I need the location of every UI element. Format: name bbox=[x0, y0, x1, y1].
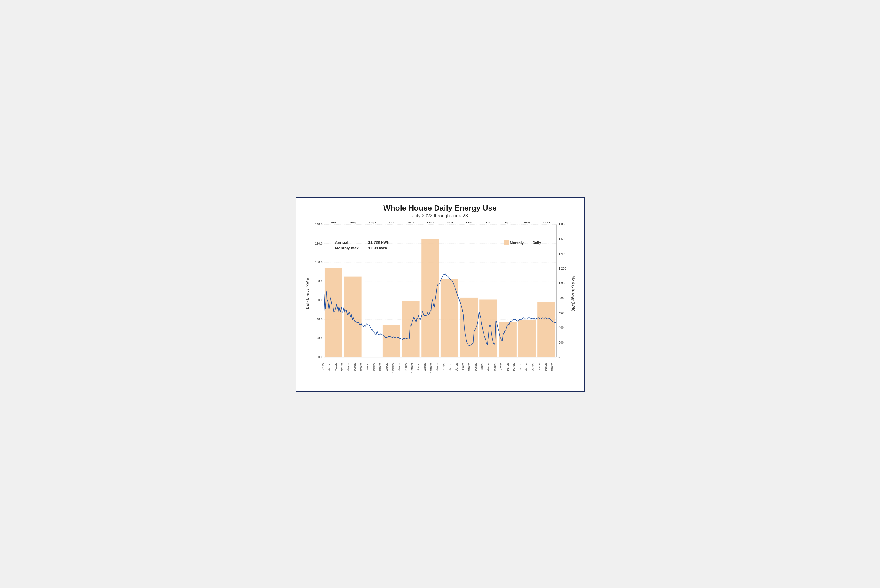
svg-text:140.0: 140.0 bbox=[315, 223, 322, 226]
svg-text:1/27/23: 1/27/23 bbox=[455, 363, 458, 372]
svg-text:7/11/22: 7/11/22 bbox=[328, 363, 331, 372]
svg-text:5/27/23: 5/27/23 bbox=[531, 363, 534, 372]
svg-text:10/9/22: 10/9/22 bbox=[385, 363, 388, 372]
svg-text:2/26/23: 2/26/23 bbox=[474, 363, 477, 372]
chart-container: Whole House Daily Energy Use July 2022 t… bbox=[295, 197, 585, 392]
chart-subtitle: July 2022 through June 23 bbox=[302, 213, 578, 219]
svg-text:6/16/23: 6/16/23 bbox=[544, 363, 547, 372]
chart-title: Whole House Daily Energy Use bbox=[302, 204, 578, 213]
svg-text:9/29/22: 9/29/22 bbox=[379, 363, 382, 372]
svg-rect-48 bbox=[480, 300, 497, 357]
svg-text:1/7/23: 1/7/23 bbox=[442, 363, 445, 370]
svg-text:7/31/22: 7/31/22 bbox=[340, 363, 343, 372]
svg-text:1,000: 1,000 bbox=[558, 282, 566, 285]
svg-text:40.0: 40.0 bbox=[316, 318, 322, 321]
svg-text:11/18/22: 11/18/22 bbox=[411, 363, 414, 373]
svg-text:12/8/22: 12/8/22 bbox=[423, 363, 426, 372]
annual-value: 11,738 kWh bbox=[368, 240, 390, 244]
svg-text:3/18/23: 3/18/23 bbox=[487, 363, 490, 372]
svg-text:60.0: 60.0 bbox=[316, 298, 322, 302]
svg-text:400: 400 bbox=[558, 326, 564, 329]
svg-text:Feb: Feb bbox=[466, 222, 472, 224]
svg-text:200: 200 bbox=[558, 341, 564, 344]
svg-text:8/20/22: 8/20/22 bbox=[353, 363, 356, 372]
svg-text:800: 800 bbox=[558, 297, 564, 300]
svg-rect-50 bbox=[518, 320, 536, 357]
svg-text:10/29/22: 10/29/22 bbox=[398, 363, 400, 373]
svg-text:8/10/22: 8/10/22 bbox=[347, 363, 350, 372]
svg-text:10/19/22: 10/19/22 bbox=[391, 363, 394, 373]
legend-monthly-label: Monthly bbox=[510, 240, 524, 244]
svg-text:11/8/22: 11/8/22 bbox=[404, 363, 407, 372]
y-axis-right-label: Monthly Energy (kWh) bbox=[571, 276, 576, 311]
main-svg: Daily Energy (kWh) Monthly Energy (kWh) … bbox=[302, 222, 578, 382]
svg-text:4/7/23: 4/7/23 bbox=[500, 363, 503, 370]
svg-text:1,800: 1,800 bbox=[558, 223, 566, 226]
svg-text:May: May bbox=[524, 222, 531, 224]
svg-rect-46 bbox=[441, 279, 458, 357]
svg-text:1,200: 1,200 bbox=[558, 267, 566, 270]
svg-text:12/28/22: 12/28/22 bbox=[436, 363, 439, 373]
svg-text:7/1/22: 7/1/22 bbox=[322, 363, 324, 370]
svg-text:4/17/23: 4/17/23 bbox=[506, 363, 509, 372]
svg-text:7/21/22: 7/21/22 bbox=[334, 363, 337, 372]
svg-text:Aug: Aug bbox=[349, 222, 356, 224]
svg-text:Oct: Oct bbox=[388, 222, 394, 224]
svg-text:Jan: Jan bbox=[447, 222, 453, 224]
svg-text:-: - bbox=[558, 356, 559, 359]
svg-rect-44 bbox=[402, 301, 420, 357]
svg-text:9/19/22: 9/19/22 bbox=[372, 363, 375, 372]
legend-monthly-box bbox=[504, 240, 508, 245]
monthly-max-label: Monthly max bbox=[335, 246, 359, 250]
svg-text:5/7/23: 5/7/23 bbox=[519, 363, 522, 370]
svg-text:6/6/23: 6/6/23 bbox=[538, 363, 541, 370]
svg-text:5/17/23: 5/17/23 bbox=[525, 363, 528, 372]
svg-text:Dec: Dec bbox=[427, 222, 434, 224]
svg-rect-41 bbox=[324, 268, 342, 357]
svg-text:1/17/23: 1/17/23 bbox=[449, 363, 452, 372]
svg-text:9/9/22: 9/9/22 bbox=[366, 363, 369, 370]
svg-text:120.0: 120.0 bbox=[315, 242, 322, 245]
svg-text:Jun: Jun bbox=[543, 222, 550, 224]
svg-text:2/16/23: 2/16/23 bbox=[468, 363, 471, 372]
svg-text:Sep: Sep bbox=[369, 222, 376, 224]
svg-rect-45 bbox=[421, 239, 439, 357]
svg-text:1,600: 1,600 bbox=[558, 237, 566, 240]
monthly-max-value: 1,598 kWh bbox=[368, 246, 387, 250]
annual-label: Annual bbox=[335, 240, 348, 244]
svg-text:1,400: 1,400 bbox=[558, 252, 566, 255]
svg-text:100.0: 100.0 bbox=[315, 261, 322, 264]
svg-text:2/6/23: 2/6/23 bbox=[462, 363, 464, 370]
svg-text:6/26/23: 6/26/23 bbox=[550, 363, 553, 372]
svg-text:Apr: Apr bbox=[505, 222, 511, 224]
svg-text:12/18/22: 12/18/22 bbox=[430, 363, 432, 373]
monthly-bars bbox=[324, 239, 555, 357]
svg-rect-43 bbox=[382, 325, 400, 357]
svg-text:0.0: 0.0 bbox=[318, 356, 323, 359]
svg-rect-51 bbox=[538, 302, 555, 357]
legend-daily-label: Daily bbox=[532, 240, 541, 244]
svg-rect-49 bbox=[499, 322, 516, 357]
svg-text:Jul: Jul bbox=[331, 222, 336, 224]
svg-text:8/30/22: 8/30/22 bbox=[360, 363, 363, 372]
svg-text:Nov: Nov bbox=[408, 222, 414, 224]
svg-text:4/27/23: 4/27/23 bbox=[513, 363, 516, 372]
svg-text:20.0: 20.0 bbox=[316, 336, 322, 340]
x-axis-labels: 7/1/22 7/11/22 7/21/22 7/31/22 8/10/22 8… bbox=[322, 363, 554, 373]
svg-text:3/8/23: 3/8/23 bbox=[481, 363, 484, 370]
svg-rect-47 bbox=[460, 297, 478, 357]
svg-text:3/28/23: 3/28/23 bbox=[493, 363, 496, 372]
svg-text:80.0: 80.0 bbox=[316, 280, 322, 283]
y-axis-left-label: Daily Energy (kWh) bbox=[305, 278, 309, 309]
svg-text:600: 600 bbox=[558, 311, 564, 315]
svg-text:11/28/22: 11/28/22 bbox=[417, 363, 420, 373]
svg-text:Mar: Mar bbox=[485, 222, 492, 224]
chart-area: Daily Energy (kWh) Monthly Energy (kWh) … bbox=[302, 222, 578, 382]
